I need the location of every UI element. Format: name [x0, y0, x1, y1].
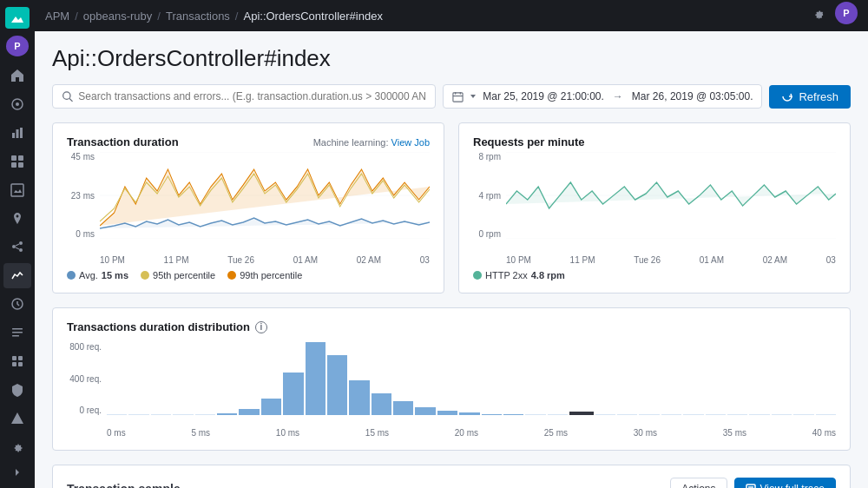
view-full-trace-button[interactable]: View full trace	[734, 478, 836, 488]
dist-bar[interactable]	[548, 414, 568, 415]
sample-header: Transaction sample Actions View full tra…	[67, 478, 836, 488]
dist-bar[interactable]	[772, 414, 792, 415]
dist-bar[interactable]	[617, 414, 637, 415]
svg-rect-2	[12, 133, 15, 138]
dist-bar[interactable]	[727, 414, 747, 415]
svg-point-10	[12, 245, 16, 248]
toolbar: Mar 25, 2019 @ 21:00:00. → Mar 26, 2019 …	[52, 84, 851, 109]
sidebar-item-maps[interactable]	[3, 206, 31, 231]
date-arrow: →	[609, 90, 627, 102]
transaction-duration-title: Transaction duration Machine learning: V…	[67, 135, 430, 148]
dist-bar[interactable]	[706, 414, 726, 415]
breadcrumb-apm[interactable]: APM	[45, 10, 69, 23]
sidebar-item-siem[interactable]	[3, 377, 31, 402]
topbar-settings-icon[interactable]	[811, 7, 826, 25]
sample-title: Transaction sample	[67, 482, 181, 488]
sidebar-item-logs[interactable]	[3, 320, 31, 346]
transaction-duration-chart: 45 ms 23 ms 0 ms	[67, 152, 430, 265]
search-input[interactable]	[78, 90, 426, 102]
dist-bar[interactable]	[349, 380, 369, 415]
legend-http2xx: HTTP 2xx 4.8 rpm	[473, 270, 565, 280]
dist-bar[interactable]	[793, 414, 813, 415]
dist-yaxis: 800 req. 400 req. 0 req.	[67, 342, 107, 415]
dist-bar[interactable]	[393, 401, 413, 415]
td-yaxis: 45 ms 23 ms 0 ms	[67, 152, 100, 239]
dist-bar[interactable]	[749, 414, 769, 415]
topbar-avatar[interactable]: P	[835, 2, 858, 24]
svg-rect-16	[12, 328, 23, 330]
sidebar-item-uptime[interactable]	[3, 292, 31, 317]
dist-bar[interactable]	[107, 414, 127, 415]
main-content: APM / opbeans-ruby / Transactions / Api:…	[35, 0, 868, 488]
sidebar-item-canvas[interactable]	[3, 177, 31, 202]
dist-bar[interactable]	[595, 414, 615, 415]
date-from: Mar 25, 2019 @ 21:00:00.	[483, 90, 604, 102]
rpm-title: Requests per minute	[473, 135, 836, 148]
sidebar-item-dashboard[interactable]	[3, 148, 31, 174]
info-icon[interactable]: i	[255, 321, 267, 333]
dist-bar[interactable]	[816, 414, 836, 415]
sidebar-item-ml[interactable]	[3, 234, 31, 260]
sidebar-item-apm[interactable]	[3, 263, 31, 288]
sidebar-item-visualize[interactable]	[3, 120, 31, 145]
svg-rect-17	[12, 332, 23, 333]
breadcrumb: APM / opbeans-ruby / Transactions / Api:…	[45, 10, 383, 23]
svg-rect-5	[11, 155, 16, 161]
sidebar-expand-button[interactable]	[3, 464, 31, 481]
dist-bar[interactable]	[372, 393, 391, 415]
content-area: Api::OrdersController#index Mar 25, 2019…	[35, 31, 868, 488]
rpm-yaxis: 8 rpm 4 rpm 0 rpm	[473, 152, 506, 239]
breadcrumb-service[interactable]: opbeans-ruby	[83, 10, 153, 23]
dist-bar[interactable]	[239, 409, 259, 415]
sidebar-item-alerts[interactable]	[3, 406, 31, 431]
charts-row: Transaction duration Machine learning: V…	[52, 122, 851, 293]
distribution-card: Transactions duration distribution i 800…	[52, 307, 851, 451]
legend-95-dot	[141, 271, 149, 280]
svg-rect-6	[18, 155, 23, 161]
dist-bar[interactable]	[569, 412, 593, 415]
dist-bar[interactable]	[217, 413, 237, 415]
dist-bar[interactable]	[503, 414, 523, 415]
transaction-duration-card: Transaction duration Machine learning: V…	[52, 122, 444, 293]
dist-bar[interactable]	[283, 373, 303, 415]
ml-link[interactable]: View Job	[391, 137, 430, 148]
topbar: APM / opbeans-ruby / Transactions / Api:…	[35, 0, 868, 31]
svg-rect-20	[18, 356, 23, 360]
date-picker[interactable]: Mar 25, 2019 @ 21:00:00. → Mar 26, 2019 …	[443, 84, 762, 109]
dist-bar[interactable]	[415, 407, 435, 415]
dist-bar[interactable]	[525, 414, 545, 415]
page-title: Api::OrdersController#index	[52, 45, 851, 72]
chevron-down-icon	[469, 92, 477, 101]
search-bar[interactable]	[52, 84, 436, 109]
sidebar-item-infrastructure[interactable]	[3, 348, 31, 373]
actions-button[interactable]: Actions	[670, 478, 727, 488]
dist-bar[interactable]	[482, 414, 502, 415]
rpm-legend: HTTP 2xx 4.8 rpm	[473, 270, 836, 280]
sidebar-item-discover[interactable]	[3, 92, 31, 117]
dist-bar[interactable]	[437, 411, 457, 415]
refresh-icon	[781, 90, 793, 102]
dist-bar[interactable]	[261, 399, 281, 415]
breadcrumb-transactions[interactable]: Transactions	[166, 10, 230, 23]
breadcrumb-sep-3: /	[235, 10, 239, 23]
sidebar-item-settings[interactable]	[3, 434, 31, 462]
dist-bar[interactable]	[173, 414, 193, 415]
sidebar-item-home[interactable]	[3, 63, 31, 89]
dist-bar[interactable]	[639, 414, 659, 415]
dist-bar[interactable]	[306, 342, 326, 415]
dist-xaxis: 0 ms 5 ms 10 ms 15 ms 20 ms 25 ms 30 ms …	[107, 428, 836, 438]
dist-bar[interactable]	[151, 414, 171, 415]
dist-bar[interactable]	[128, 414, 148, 415]
dist-bar[interactable]	[661, 414, 681, 415]
logo[interactable]	[5, 7, 30, 29]
dist-bar[interactable]	[195, 414, 215, 415]
dist-bars	[107, 342, 836, 415]
svg-rect-7	[11, 162, 16, 168]
dist-bar[interactable]	[683, 414, 703, 415]
dist-bar[interactable]	[459, 412, 479, 415]
dist-bar[interactable]	[327, 355, 347, 415]
avatar[interactable]: P	[6, 36, 29, 56]
legend-99-dot	[227, 271, 236, 280]
refresh-button[interactable]: Refresh	[769, 85, 851, 109]
td-svg-wrap	[100, 152, 430, 239]
